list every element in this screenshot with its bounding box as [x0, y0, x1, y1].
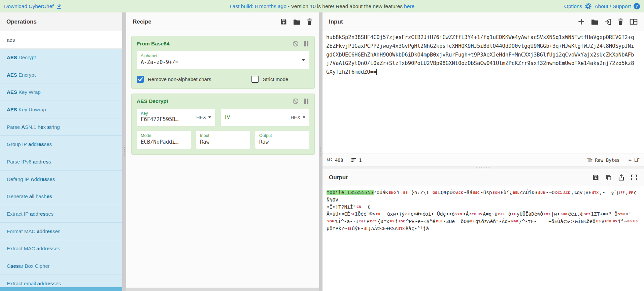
encoding-selector[interactable]: Tr Raw Bytes: [587, 157, 620, 163]
aes-key-type-dropdown[interactable]: HEX: [196, 115, 211, 120]
output-line: SOH%Î^•a•·ÍDLEPDC4{0ªxUSiESC^P£~e•<$°éDL…: [327, 218, 640, 225]
control-char-ff: FF: [511, 213, 516, 216]
copy-output-icon[interactable]: [605, 174, 612, 181]
load-recipe-folder-icon[interactable]: [293, 18, 301, 25]
remove-non-alphabet-chars-checkbox[interactable]: [137, 76, 144, 83]
input-textarea[interactable]: hub8kSp2n38SHF4COj57zjesFrzCIB2JiH76iCwZ…: [323, 31, 644, 153]
char-count-indicator: ABC 408: [327, 157, 343, 163]
control-char-bs: BS: [612, 220, 618, 223]
options-link[interactable]: Options: [564, 3, 582, 9]
last-build-link[interactable]: Last build: 8 months ago: [230, 3, 286, 9]
control-char-stx: STX: [591, 191, 599, 194]
text-cursor: [376, 69, 377, 75]
disable-op-icon[interactable]: [292, 40, 299, 47]
strict-mode-label: Strict mode: [263, 76, 288, 82]
control-char-si: SI: [347, 227, 352, 230]
save-output-icon[interactable]: [592, 174, 599, 181]
aes-iv-field[interactable]: IV HEX: [221, 109, 309, 126]
operation-item[interactable]: Group IP addresses: [0, 136, 122, 153]
download-cyberchef-link[interactable]: Download CyberChef: [4, 3, 54, 9]
control-char-cr: CR: [356, 205, 362, 209]
operations-recipe-splitter[interactable]: [122, 12, 126, 291]
about-support-link[interactable]: About / Support: [595, 3, 631, 9]
output-header: Output: [323, 169, 644, 186]
help-question-icon[interactable]: ?: [634, 3, 640, 9]
control-char-dle: DLE: [498, 213, 505, 216]
control-char-ff: FF: [628, 191, 634, 194]
top-banner: Download CyberChef Last build: 8 months …: [0, 0, 644, 12]
aes-mode-select[interactable]: Mode ECB/NoPaddi…: [137, 131, 191, 149]
operations-search-input[interactable]: [7, 37, 115, 43]
operation-item[interactable]: Extract IP addresses: [0, 205, 122, 223]
control-char-etb: ETB: [604, 220, 612, 223]
download-icon[interactable]: [56, 3, 62, 9]
operation-item[interactable]: AES Key Unwrap: [0, 101, 122, 118]
gear-icon[interactable]: [585, 3, 592, 10]
abc-icon: ABC: [327, 158, 332, 161]
breakpoint-pause-icon[interactable]: [304, 98, 309, 104]
control-char-syn: SYN: [617, 213, 625, 216]
operation-item[interactable]: Parse ASN.1 hex string: [0, 118, 122, 136]
add-input-tab-icon[interactable]: [577, 18, 585, 26]
aes-output-format-select[interactable]: Output Raw: [255, 131, 309, 149]
control-char-si: SI: [364, 227, 368, 230]
save-recipe-icon[interactable]: [280, 18, 287, 25]
strict-mode-checkbox[interactable]: [251, 76, 259, 83]
control-char-dc2: DC2: [583, 213, 591, 216]
operation-item-partial[interactable]: [0, 287, 122, 291]
version-banner-text: - Version 10 is here! Read about the new…: [288, 3, 403, 9]
remove-non-alphabet-chars-label: Remove non-alphabet chars: [148, 76, 211, 82]
operation-item[interactable]: Extract MAC addresses: [0, 240, 122, 258]
aes-input-format-select[interactable]: Input Raw: [196, 131, 250, 149]
line-ending-selector[interactable]: ← LF: [629, 157, 640, 163]
control-char-sub: SUB: [560, 213, 568, 216]
operations-panel: Operations AES DecryptAES EncryptAES Key…: [0, 12, 122, 291]
operation-item[interactable]: AES Decrypt: [0, 49, 122, 66]
control-char-dc4: DC4: [369, 220, 377, 223]
aes-mode-value: ECB/NoPaddi…: [141, 139, 187, 146]
operation-item[interactable]: Caesar Box Cipher: [0, 257, 122, 275]
alphabet-field[interactable]: Alphabet A-Za-z0-9+/=: [137, 51, 309, 69]
maximise-output-icon[interactable]: [631, 174, 638, 181]
open-folder-icon[interactable]: [591, 18, 599, 25]
operations-search-row: [0, 31, 122, 49]
encoding-icon: Tr: [587, 157, 592, 163]
new-features-here-link[interactable]: here: [404, 3, 414, 9]
operation-item[interactable]: AES Key Wrap: [0, 83, 122, 101]
aes-output-format-value: Raw: [259, 139, 305, 146]
recipe-title: Recipe: [133, 19, 151, 25]
open-file-import-icon[interactable]: [604, 18, 612, 26]
operation-item[interactable]: Generate all hashes: [0, 188, 122, 206]
line-count-value: 1: [359, 157, 362, 163]
output-line: Å•úÚ•¤CÊSI1Öéè`©>CR úxw•}ýCRc•#•¢oi•_Ùdç…: [327, 211, 640, 218]
operation-item[interactable]: Format MAC addresses: [0, 223, 122, 240]
clear-recipe-trash-icon[interactable]: [306, 18, 313, 25]
aes-key-field[interactable]: Key F6F472F595B… HEX: [137, 109, 215, 126]
layout-columns-icon[interactable]: [630, 18, 638, 25]
breakpoint-pause-icon[interactable]: [304, 41, 309, 47]
control-char-bel: BEL: [512, 191, 520, 194]
splitter-grip-icon: [320, 147, 321, 156]
aes-output-format-label: Output: [259, 133, 305, 139]
input-title: Input: [329, 19, 343, 25]
control-char-ack: ACK: [563, 191, 571, 194]
dropdown-caret-icon: [303, 116, 305, 120]
control-char-us: US: [477, 213, 483, 216]
disable-op-icon[interactable]: [292, 98, 299, 105]
alphabet-dropdown-caret-icon[interactable]: [302, 59, 305, 63]
operation-item[interactable]: Defang IP Addresses: [0, 171, 122, 188]
clear-input-trash-icon[interactable]: [617, 18, 624, 25]
output-line: mobile=135355353³ÕÚáKENQì BS }n:?\T GS¤Q…: [327, 189, 640, 204]
input-output-splitter[interactable]: [323, 167, 644, 169]
aes-iv-type-dropdown[interactable]: HEX: [291, 115, 305, 120]
recipe-op-aes-decrypt[interactable]: AES Decrypt: [131, 94, 315, 155]
operation-item[interactable]: AES Encrypt: [0, 66, 122, 84]
control-char-bs: BS: [627, 220, 633, 223]
open-output-in-new-tab-icon[interactable]: [618, 174, 625, 181]
operation-item[interactable]: Parse IPv6 address: [0, 153, 122, 171]
line-count-indicator: 1: [351, 157, 362, 163]
control-char-soh: SOH: [492, 191, 501, 194]
recipe-op-from-base64[interactable]: From Base64: [131, 36, 315, 89]
output-text[interactable]: mobile=135355353³ÕÚáKENQì BS }n:?\T GS¤Q…: [323, 186, 644, 291]
recipe-io-splitter[interactable]: [319, 12, 323, 291]
